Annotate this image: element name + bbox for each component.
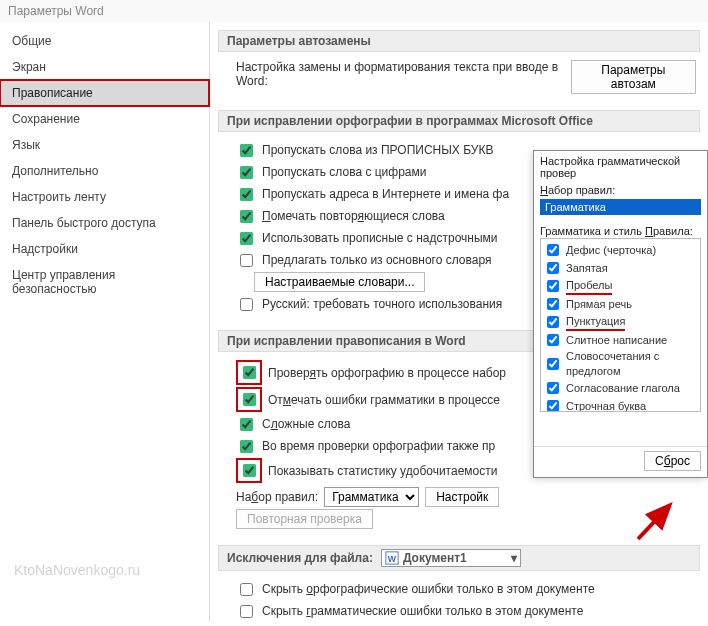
section-msoffice-title: При исправлении орфографии в программах … bbox=[218, 110, 700, 132]
lbl-check-spelling: Проверять орфографию в процессе набор bbox=[268, 366, 506, 380]
exceptions-file-select[interactable]: W Документ1 ▾ bbox=[381, 549, 521, 567]
popup-rules-label: Грамматика и стиль Правила: bbox=[534, 221, 707, 238]
rule-chk-preposition[interactable] bbox=[547, 358, 559, 370]
popup-reset-button[interactable]: Сброс bbox=[644, 451, 701, 471]
rule-lbl-comma: Запятая bbox=[566, 261, 608, 276]
rule-lbl-spaces: Пробелы bbox=[566, 278, 612, 295]
rule-chk-lowercase[interactable] bbox=[547, 400, 559, 412]
lbl-compound-words: Сложные слова bbox=[262, 417, 350, 431]
chk-ignore-urls[interactable] bbox=[240, 188, 253, 201]
rule-lbl-solid: Слитное написание bbox=[566, 333, 667, 348]
sidebar-item-addins[interactable]: Надстройки bbox=[0, 236, 209, 262]
sidebar-item-general[interactable]: Общие bbox=[0, 28, 209, 54]
rule-chk-spaces[interactable] bbox=[547, 280, 559, 292]
chk-mark-grammar[interactable] bbox=[243, 393, 256, 406]
sidebar-item-proofing[interactable]: Правописание bbox=[0, 80, 209, 106]
lbl-hide-spelling-errors: Скрыть орфографические ошибки только в э… bbox=[262, 582, 595, 596]
rule-chk-hyphen[interactable] bbox=[547, 244, 559, 256]
lbl-ignore-digits: Пропускать слова с цифрами bbox=[262, 165, 426, 179]
lbl-grammar-with-spell: Во время проверки орфографии также пр bbox=[262, 439, 495, 453]
chk-readability-stats[interactable] bbox=[243, 464, 256, 477]
autocorrect-options-button[interactable]: Параметры автозам bbox=[571, 60, 696, 94]
rule-lbl-verb: Согласование глагола bbox=[566, 381, 680, 396]
rule-chk-punctuation[interactable] bbox=[547, 316, 559, 328]
ruleset-label: Набор правил: bbox=[236, 490, 318, 504]
lbl-readability-stats: Показывать статистику удобочитаемости bbox=[268, 464, 497, 478]
sidebar-item-ribbon[interactable]: Настроить ленту bbox=[0, 184, 209, 210]
popup-title: Настройка грамматической провер bbox=[534, 151, 707, 180]
lbl-hide-grammar-errors: Скрыть грамматические ошибки только в эт… bbox=[262, 604, 583, 618]
grammar-settings-button[interactable]: Настройк bbox=[425, 487, 499, 507]
chk-hide-spelling-errors[interactable] bbox=[240, 583, 253, 596]
exceptions-filename: Документ1 bbox=[403, 551, 467, 565]
lbl-flag-repeated: Помечать повторяющиеся слова bbox=[262, 209, 445, 223]
rule-lbl-punctuation: Пунктуация bbox=[566, 314, 625, 331]
popup-ruleset-select[interactable]: Грамматика bbox=[540, 199, 701, 215]
popup-rules-list: Дефис (черточка) Запятая Пробелы Прямая … bbox=[540, 238, 701, 412]
rule-lbl-direct-speech: Прямая речь bbox=[566, 297, 632, 312]
chk-uppercase-accented[interactable] bbox=[240, 232, 253, 245]
rule-lbl-hyphen: Дефис (черточка) bbox=[566, 243, 656, 258]
lbl-mark-grammar: Отмечать ошибки грамматики в процессе bbox=[268, 393, 500, 407]
svg-text:W: W bbox=[388, 554, 397, 564]
rule-lbl-lowercase: Строчная буква bbox=[566, 399, 646, 413]
section-autocorrect-title: Параметры автозамены bbox=[218, 30, 700, 52]
ruleset-select[interactable]: Грамматика bbox=[324, 487, 419, 507]
sidebar-item-display[interactable]: Экран bbox=[0, 54, 209, 80]
rule-lbl-preposition: Словосочетания с предлогом bbox=[566, 349, 698, 379]
chk-main-dict-only[interactable] bbox=[240, 254, 253, 267]
sidebar-item-quick-access[interactable]: Панель быстрого доступа bbox=[0, 210, 209, 236]
lbl-main-dict-only: Предлагать только из основного словаря bbox=[262, 253, 491, 267]
sidebar-item-language[interactable]: Язык bbox=[0, 132, 209, 158]
rule-chk-direct-speech[interactable] bbox=[547, 298, 559, 310]
recheck-button[interactable]: Повторная проверка bbox=[236, 509, 373, 529]
rule-chk-solid[interactable] bbox=[547, 334, 559, 346]
chk-check-spelling[interactable] bbox=[243, 366, 256, 379]
chevron-down-icon: ▾ bbox=[511, 551, 517, 565]
section-exceptions-title: Исключения для файла: W Документ1 ▾ bbox=[218, 545, 700, 571]
chk-russian-strict[interactable] bbox=[240, 298, 253, 311]
word-doc-icon: W bbox=[385, 551, 399, 565]
sidebar: Общие Экран Правописание Сохранение Язык… bbox=[0, 22, 210, 622]
chk-ignore-uppercase[interactable] bbox=[240, 144, 253, 157]
sidebar-item-trust-center[interactable]: Центр управления безопасностью bbox=[0, 262, 209, 302]
custom-dictionaries-button[interactable]: Настраиваемые словари... bbox=[254, 272, 425, 292]
lbl-ignore-urls: Пропускать адреса в Интернете и имена фа bbox=[262, 187, 509, 201]
window-title: Параметры Word bbox=[0, 0, 708, 22]
popup-ruleset-label: Набор правил: bbox=[534, 180, 707, 197]
chk-grammar-with-spell[interactable] bbox=[240, 440, 253, 453]
autocorrect-desc: Настройка замены и форматирования текста… bbox=[236, 60, 565, 88]
lbl-russian-strict: Русский: требовать точного использования bbox=[262, 297, 502, 311]
chk-flag-repeated[interactable] bbox=[240, 210, 253, 223]
chk-ignore-digits[interactable] bbox=[240, 166, 253, 179]
chk-compound-words[interactable] bbox=[240, 418, 253, 431]
sidebar-item-save[interactable]: Сохранение bbox=[0, 106, 209, 132]
chk-hide-grammar-errors[interactable] bbox=[240, 605, 253, 618]
grammar-settings-dialog: Настройка грамматической провер Набор пр… bbox=[533, 150, 708, 478]
sidebar-item-advanced[interactable]: Дополнительно bbox=[0, 158, 209, 184]
lbl-uppercase-accented: Использовать прописные с надстрочными bbox=[262, 231, 498, 245]
rule-chk-comma[interactable] bbox=[547, 262, 559, 274]
rule-chk-verb[interactable] bbox=[547, 382, 559, 394]
lbl-ignore-uppercase: Пропускать слова из ПРОПИСНЫХ БУКВ bbox=[262, 143, 493, 157]
